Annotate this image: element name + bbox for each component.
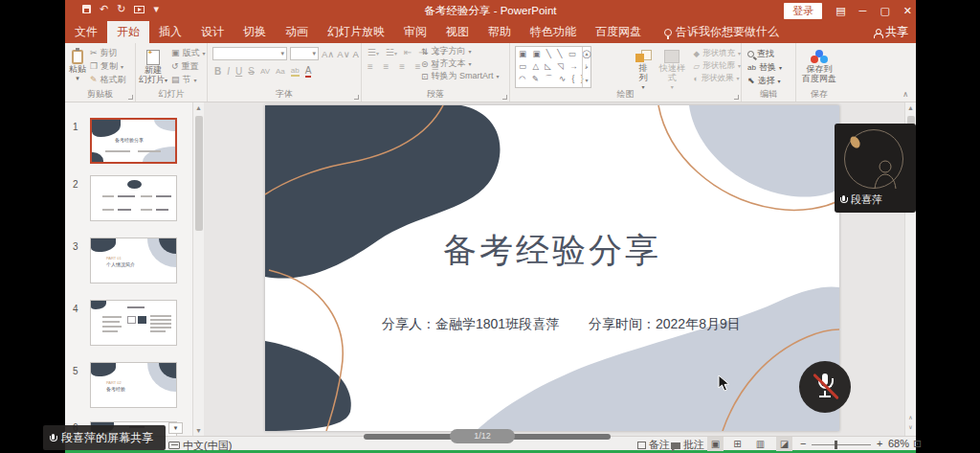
slideshow-view-button[interactable]: ◪ <box>776 437 792 451</box>
ribbon-tab-row: 文件 开始 插入 设计 切换 动画 幻灯片放映 审阅 视图 帮助 特色功能 百度… <box>65 21 916 43</box>
group-font: ▾ ▾ A∧ A∨ A B I U S AV Aa ab A 字体 <box>208 43 362 102</box>
reset-button[interactable]: ↺重置 <box>171 59 206 73</box>
font-color-button[interactable]: A <box>305 65 312 78</box>
minimize-button[interactable]: ─ <box>859 5 867 16</box>
status-dropdown-arrow[interactable]: ▼ <box>168 422 183 434</box>
clipboard-dialog-launcher[interactable] <box>128 95 133 100</box>
replace-button[interactable]: ab替换▾ <box>747 60 795 74</box>
italic-button[interactable]: I <box>227 66 230 77</box>
notes-icon <box>637 442 646 449</box>
tab-home[interactable]: 开始 <box>107 21 149 43</box>
bold-button[interactable]: B <box>214 66 221 77</box>
tab-transitions[interactable]: 切换 <box>234 21 276 43</box>
thumb-number: 1 <box>73 122 78 132</box>
tab-review[interactable]: 审阅 <box>394 21 436 43</box>
thumb-number: 4 <box>73 304 78 314</box>
numbering-button[interactable]: ☱▾ <box>386 47 397 57</box>
zoom-level[interactable]: 68% <box>888 438 909 449</box>
shrink-font-button[interactable]: A∨ <box>337 49 349 59</box>
layout-button[interactable]: ▣版式▾ <box>171 46 206 59</box>
slide-progress-indicator[interactable]: 1/12 <box>450 429 515 443</box>
drawing-dialog-launcher[interactable] <box>734 95 739 100</box>
text-highlight-button[interactable]: ab <box>291 66 300 77</box>
tab-help[interactable]: 帮助 <box>479 21 521 43</box>
tab-baidu-netdisk[interactable]: 百度网盘 <box>586 21 651 43</box>
tell-me-label: 告诉我你想要做什么 <box>676 24 779 40</box>
new-slide-icon <box>146 50 160 65</box>
outdent-button[interactable]: ⇤ <box>404 47 412 57</box>
find-button[interactable]: 查找 <box>747 47 795 60</box>
workspace: 1 备考经验分享 2 3 <box>65 102 916 436</box>
tell-me-box[interactable]: 告诉我你想要做什么 <box>664 21 779 43</box>
char-spacing-button[interactable]: AV <box>260 67 270 76</box>
participant-video-tile[interactable]: 段喜萍 <box>835 124 916 213</box>
paste-button[interactable]: 粘贴▾ <box>69 46 86 86</box>
align-text-button[interactable]: ⊜对齐文本▾ <box>421 57 500 70</box>
tab-view[interactable]: 视图 <box>436 21 479 43</box>
slide-thumbnail-3[interactable]: PART 01 个人情况简介 <box>90 238 177 283</box>
shape-effects-button[interactable]: ◐形状效果▾ <box>693 72 741 84</box>
tab-special-features[interactable]: 特色功能 <box>521 21 586 43</box>
notes-toggle[interactable]: 备注 <box>637 438 670 452</box>
new-slide-button[interactable]: 新建 幻灯片▾ <box>139 46 167 86</box>
copy-button[interactable]: ❐复制▾ <box>90 59 126 73</box>
slide-sorter-view-button[interactable]: ⊞ <box>729 437 746 451</box>
close-button[interactable]: ✕ <box>903 5 912 17</box>
comments-toggle[interactable]: 批注 <box>671 438 704 452</box>
zoom-in-button[interactable]: + <box>877 438 882 449</box>
save-to-baidu-button[interactable]: 保存到 百度网盘 <box>796 46 842 83</box>
arrange-button[interactable]: 排列▾ <box>635 46 651 92</box>
section-button[interactable]: ▤节▾ <box>171 73 206 86</box>
thumbnail-scrollbar[interactable]: ▲ ▼ <box>192 102 204 436</box>
text-direction-button[interactable]: ⇅文字方向▾ <box>421 45 500 57</box>
tab-design[interactable]: 设计 <box>191 21 234 43</box>
slide-thumbnail-5[interactable]: PART 02 备考经验 <box>90 362 177 408</box>
shape-fill-button[interactable]: ◆形状填充▾ <box>693 47 741 59</box>
change-case-button[interactable]: Aa <box>276 67 285 76</box>
slide-canvas[interactable]: 备考经验分享 分享人：金融学1801班段喜萍 分享时间：2022年8月9日 <box>265 105 839 431</box>
slide-thumbnail-panel: 1 备考经验分享 2 3 <box>65 102 192 436</box>
font-dialog-launcher[interactable] <box>354 95 359 100</box>
cut-button[interactable]: ✂剪切 <box>90 46 126 59</box>
group-label-editing: 编辑 <box>742 88 795 101</box>
tab-file[interactable]: 文件 <box>65 21 107 43</box>
slide-thumbnail-4[interactable] <box>90 300 177 346</box>
share-button[interactable]: 共享 <box>874 21 908 43</box>
restore-button[interactable]: ▢ <box>880 5 889 17</box>
font-size-combo[interactable]: ▾ <box>290 47 319 60</box>
tab-animations[interactable]: 动画 <box>276 21 318 43</box>
group-drawing: ▣ ▣ ╲ ╲ ▭ ◯ ▭ △ ◺ ◹ → ↓ ◠ ✎ ⌒ ∿ { } ▴▪▾ … <box>510 43 742 102</box>
shape-gallery[interactable]: ▣ ▣ ╲ ╲ ▭ ◯ ▭ △ ◺ ◹ → ↓ ◠ ✎ ⌒ ∿ { } ▴▪▾ <box>515 46 591 88</box>
underline-button[interactable]: U <box>235 66 242 77</box>
select-button[interactable]: ⬉选择▾ <box>747 74 795 87</box>
normal-view-button[interactable]: ▣ <box>707 437 724 451</box>
language-indicator[interactable]: 中文(中国) <box>168 439 232 453</box>
font-name-combo[interactable]: ▾ <box>212 47 287 60</box>
slide-thumbnail-1[interactable]: 备考经验分享 <box>90 118 177 164</box>
zoom-slider[interactable] <box>812 444 871 445</box>
tab-insert[interactable]: 插入 <box>149 21 191 43</box>
format-painter-button[interactable]: ✎格式刷 <box>90 73 126 86</box>
slide-thumbnail-2[interactable] <box>90 175 177 221</box>
clear-formatting-button[interactable]: A <box>353 49 359 59</box>
shape-outline-button[interactable]: ▱形状轮廓▾ <box>693 59 741 72</box>
screen-share-label: 段喜萍的屏幕共享 <box>61 430 153 446</box>
grow-font-button[interactable]: A∧ <box>322 49 334 59</box>
zoom-out-button[interactable]: − <box>800 438 806 449</box>
tab-slideshow[interactable]: 幻灯片放映 <box>318 21 394 43</box>
ribbon-display-options-icon[interactable]: ▤ <box>835 5 845 17</box>
zoom-slider-thumb[interactable] <box>835 441 837 449</box>
smartart-button[interactable]: ⊡转换为 SmartArt▾ <box>421 70 500 82</box>
fit-to-window-button[interactable]: ⊡ <box>913 438 922 450</box>
bullets-button[interactable]: ☰▾ <box>368 47 379 57</box>
paragraph-dialog-launcher[interactable] <box>502 95 507 100</box>
shape-gallery-scrollbar[interactable]: ▴▪▾ <box>582 47 590 87</box>
reading-view-button[interactable]: ▥ <box>752 437 768 451</box>
strikethrough-button[interactable]: S <box>248 66 255 77</box>
login-button[interactable]: 登录 <box>784 3 822 19</box>
person-icon <box>874 29 881 36</box>
mute-toggle-button[interactable] <box>799 361 851 413</box>
quick-styles-button[interactable]: 快速样式▾ <box>657 46 687 92</box>
collapse-ribbon-button[interactable]: ∧ <box>902 90 908 99</box>
group-label-paragraph: 段落 <box>362 88 509 101</box>
